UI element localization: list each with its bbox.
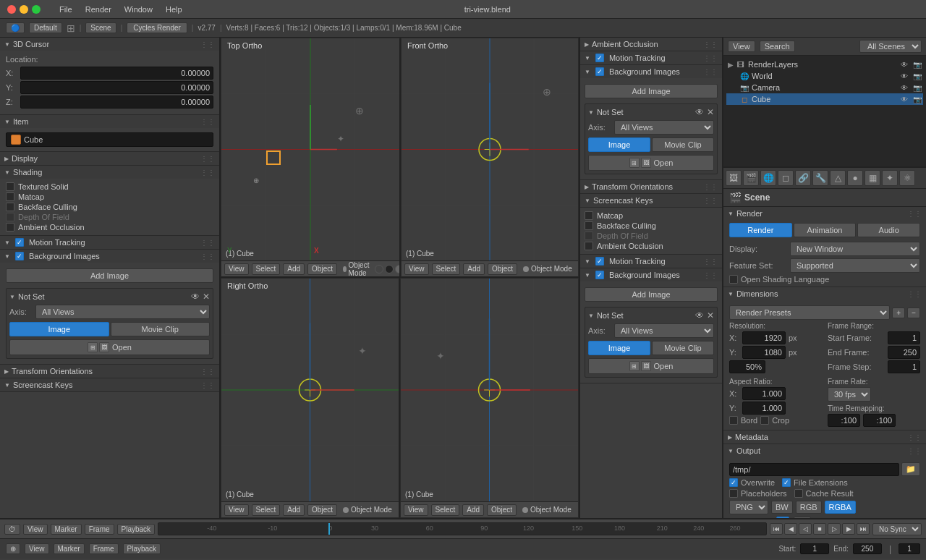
timeline-marker-btn[interactable]: Marker	[51, 524, 82, 535]
ol-item-cube[interactable]: ◻ Cube 👁 📷	[726, 93, 923, 105]
world-render[interactable]: 📷	[913, 72, 922, 80]
ol-item-renderlayers[interactable]: ▶ 🎞 RenderLayers 👁 📷	[726, 59, 923, 70]
pb-next-frame[interactable]: ▶	[842, 523, 855, 535]
z-input[interactable]	[20, 96, 213, 109]
cube-eye[interactable]: 👁	[901, 96, 908, 103]
status-view-btn[interactable]: View	[25, 543, 49, 554]
remove-preset-btn[interactable]: −	[907, 307, 920, 318]
maximize-button[interactable]	[32, 5, 41, 14]
axis-select[interactable]: All Views	[35, 305, 210, 319]
menu-file[interactable]: File	[54, 4, 78, 15]
timeline-track[interactable]: -40 -10 0 30 60 90 120 150 180 210 240 2…	[158, 522, 767, 535]
vt-object-br[interactable]: Object	[487, 504, 517, 516]
mp-image-tab-2[interactable]: Image	[588, 341, 650, 355]
visibility-icon[interactable]: 👁	[191, 292, 200, 302]
viewport-shade-solid[interactable]	[375, 265, 383, 273]
format-select[interactable]: PNG	[729, 500, 768, 514]
end-frame-input[interactable]	[888, 346, 920, 359]
add-preset-btn[interactable]: +	[892, 307, 905, 318]
mp-screencast-header[interactable]: Screencast Keys ⋮⋮	[580, 194, 722, 207]
mp-bg2-header[interactable]: Background Images ⋮⋮	[580, 268, 722, 281]
output-folder-btn[interactable]: 📁	[901, 462, 920, 476]
vt-view-tl[interactable]: View	[224, 263, 249, 275]
mp-close-icon-2[interactable]: ✕	[707, 310, 714, 321]
renderlayers-eye[interactable]: 👁	[901, 61, 908, 69]
viewport-bot-right[interactable]: ✦ (1) Cube View Select Add Object Object…	[400, 278, 579, 518]
mp-mt-cb[interactable]	[595, 54, 604, 62]
mp-add-image-btn-2[interactable]: Add Image	[585, 287, 718, 302]
placeholder-cb[interactable]	[729, 489, 738, 498]
mp-axis-select-top[interactable]: All Views	[614, 120, 714, 135]
vt-select-tr[interactable]: Select	[432, 263, 461, 275]
ao-cb[interactable]	[6, 223, 14, 232]
end-frame-status[interactable]	[853, 543, 882, 554]
open-shading-cb[interactable]	[729, 275, 738, 284]
prop-texture-icon[interactable]: ▦	[865, 170, 880, 186]
aspect-y-input[interactable]	[742, 402, 786, 415]
display-select[interactable]: New Window	[790, 242, 920, 256]
rgba-btn[interactable]: RGBA	[825, 501, 856, 514]
add-image-button[interactable]: Add Image	[6, 268, 213, 283]
menu-render[interactable]: Render	[80, 4, 117, 15]
current-frame-input[interactable]	[899, 543, 920, 554]
mp-backface-cb[interactable]	[585, 221, 593, 230]
mt-checkbox[interactable]	[15, 238, 24, 247]
step-frame-input[interactable]	[888, 360, 920, 373]
render-tab-render[interactable]: Render	[729, 223, 792, 237]
pb-jump-end[interactable]: ⏭	[857, 523, 870, 535]
display-header[interactable]: Display ⋮⋮	[0, 152, 219, 165]
prop-constraints-icon[interactable]: 🔗	[795, 170, 811, 186]
viewport-shade-material[interactable]	[395, 265, 401, 273]
blender-icon[interactable]: 🔵	[6, 22, 25, 33]
rgb-btn[interactable]: RGB	[796, 501, 822, 514]
cache-cb[interactable]	[794, 489, 803, 498]
mp-transform-header[interactable]: Transform Orientations ⋮⋮	[580, 180, 722, 193]
time-remap-new[interactable]	[863, 414, 896, 427]
crop-cb[interactable]	[760, 416, 769, 425]
vt-add-bl[interactable]: Add	[283, 504, 305, 516]
prop-particle-icon[interactable]: ✦	[882, 170, 898, 186]
prop-object-icon[interactable]: ◻	[778, 170, 794, 186]
vt-add-br[interactable]: Add	[462, 504, 484, 516]
mp-eye-icon-2[interactable]: 👁	[695, 310, 704, 321]
scene-selector[interactable]: Scene	[85, 22, 116, 33]
prop-scene-icon[interactable]: 🎬	[743, 170, 759, 186]
x-input[interactable]	[20, 67, 213, 80]
start-frame-status[interactable]	[800, 543, 829, 554]
fps-select[interactable]: 30 fps	[828, 387, 871, 402]
vt-add-tl[interactable]: Add	[283, 263, 305, 275]
metadata-header[interactable]: Metadata ⋮⋮	[723, 430, 926, 444]
open-button[interactable]: ⊞ 🖼 Open	[9, 339, 210, 355]
cube-render[interactable]: 📷	[913, 96, 922, 103]
timeline-icon-btn[interactable]: ⏱	[4, 524, 20, 535]
remove-icon[interactable]: ✕	[203, 292, 210, 302]
res-x-input[interactable]	[742, 331, 786, 344]
timeline-frame-btn[interactable]: Frame	[85, 524, 114, 535]
status-playback-btn[interactable]: Playback	[123, 543, 161, 554]
cd-16-btn[interactable]: 16	[794, 517, 811, 518]
start-frame-input[interactable]	[888, 331, 920, 344]
mp-image-tab-top[interactable]: Image	[588, 137, 650, 152]
mp-movie-tab-top[interactable]: Movie Clip	[652, 137, 714, 152]
renderlayers-render[interactable]: 📷	[913, 61, 922, 69]
overwrite-cb[interactable]	[729, 478, 738, 487]
pb-prev-frame[interactable]: ◀	[784, 523, 797, 535]
mp-ao-header[interactable]: Ambient Occlusion ⋮⋮	[580, 38, 722, 51]
file-ext-cb[interactable]	[782, 478, 791, 487]
mp-bg2-cb[interactable]	[595, 271, 604, 279]
mp-add-image-btn-top[interactable]: Add Image	[585, 84, 718, 98]
time-remap-old[interactable]	[828, 414, 860, 427]
vt-select-tl[interactable]: Select	[252, 263, 281, 275]
mp-close-icon-top[interactable]: ✕	[707, 107, 714, 117]
render-preset-select[interactable]: Render Presets	[729, 305, 890, 320]
vt-view-tr[interactable]: View	[404, 263, 429, 275]
mp-bg-top-cb[interactable]	[595, 67, 604, 76]
viewport-top-left[interactable]: ⊕ ✦ ⊕ Top Ortho (1) Cube Y X View Select…	[221, 38, 401, 278]
pb-play-reverse[interactable]: ◁	[799, 523, 812, 535]
mp-axis-select-2[interactable]: All Views	[614, 323, 714, 338]
render-header[interactable]: Render ⋮⋮	[723, 207, 926, 220]
mp-eye-icon-top[interactable]: 👁	[695, 107, 704, 117]
vt-view-br[interactable]: View	[404, 504, 428, 516]
minimize-button[interactable]	[20, 5, 28, 14]
prop-data-icon[interactable]: △	[830, 170, 846, 186]
